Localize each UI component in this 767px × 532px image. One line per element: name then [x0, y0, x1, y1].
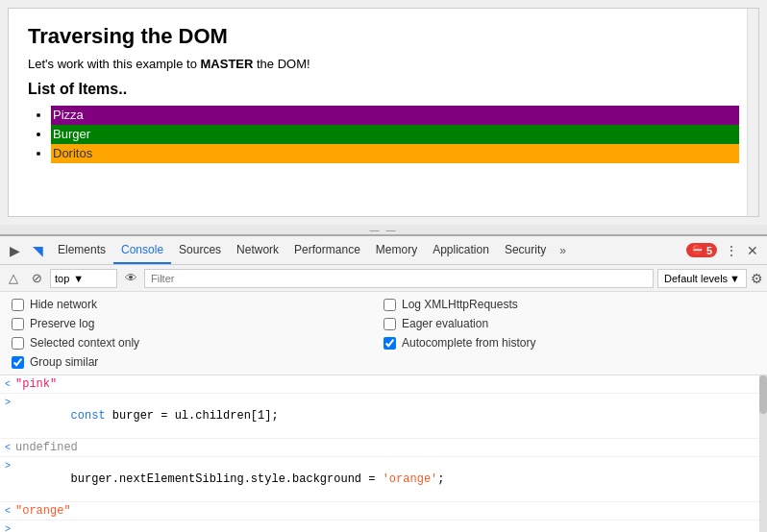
eager-eval-label: Eager evaluation: [402, 317, 488, 330]
log-xmlhttp-label: Log XMLHttpRequests: [402, 298, 518, 311]
preview-list-heading: List of Items..: [28, 81, 739, 98]
log-levels-label: Default levels: [664, 273, 728, 284]
group-similar-checkbox[interactable]: [12, 356, 24, 369]
preview-scrollbar[interactable]: [747, 9, 758, 216]
list-item-burger-label: Burger: [51, 125, 739, 144]
console-line: > burger.previousElementSibling.style.ba…: [0, 520, 767, 532]
tab-application[interactable]: Application: [425, 236, 497, 264]
context-selector[interactable]: top ▼: [50, 269, 117, 288]
settings-col-right: Log XMLHttpRequests Eager evaluation Aut…: [384, 298, 755, 369]
selected-context-checkbox[interactable]: [12, 337, 24, 350]
setting-log-xmlhttp: Log XMLHttpRequests: [384, 298, 755, 311]
list-item: Pizza: [51, 106, 739, 125]
selected-context-label: Selected context only: [30, 336, 139, 350]
devtools-tab-bar: ▶ ◥ Elements Console Sources Network Per…: [0, 236, 767, 265]
eager-eval-checkbox[interactable]: [384, 318, 396, 330]
console-output-text: "pink": [15, 377, 763, 391]
input-chevron: >: [0, 459, 15, 472]
group-similar-label: Group similar: [30, 355, 98, 369]
console-line: < "orange": [0, 502, 767, 520]
input-chevron: >: [0, 522, 15, 532]
clear-console-button[interactable]: △: [4, 269, 23, 288]
console-line: > burger.nextElementSibling.style.backgr…: [0, 457, 767, 502]
autocomplete-history-label: Autocomplete from history: [402, 336, 535, 350]
setting-group-similar: Group similar: [12, 355, 384, 369]
preserve-log-label: Preserve log: [30, 317, 94, 330]
console-output-text: "orange": [15, 504, 763, 518]
console-settings-gear[interactable]: ⚙: [751, 271, 763, 286]
more-options-button[interactable]: ⋮: [721, 240, 742, 261]
input-chevron: >: [0, 396, 15, 408]
settings-col-left: Hide network Preserve log Selected conte…: [12, 298, 384, 369]
list-item: Doritos: [51, 144, 739, 163]
setting-hide-network: Hide network: [12, 298, 384, 311]
tab-console[interactable]: Console: [113, 236, 171, 264]
tabs-overflow-button[interactable]: »: [554, 240, 572, 261]
tab-memory[interactable]: Memory: [368, 236, 425, 264]
error-icon: ⛔: [691, 244, 705, 256]
preview-title: Traversing the DOM: [28, 24, 739, 49]
tab-sources[interactable]: Sources: [171, 236, 229, 264]
console-output-text: undefined: [15, 441, 763, 454]
setting-selected-context: Selected context only: [12, 336, 384, 350]
console-settings-panel: Hide network Preserve log Selected conte…: [0, 292, 767, 375]
list-item-pizza-label: Pizza: [51, 106, 739, 125]
console-line: < undefined: [0, 439, 767, 457]
cursor-icon[interactable]: ▶: [4, 240, 25, 261]
log-levels-button[interactable]: Default levels ▼: [657, 269, 747, 288]
console-output[interactable]: < "pink" > const burger = ul.children[1]…: [0, 375, 767, 532]
setting-preserve-log: Preserve log: [12, 317, 384, 330]
devtools-resize-handle[interactable]: — —: [0, 225, 767, 234]
browser-preview: Traversing the DOM Let's work with this …: [8, 8, 759, 217]
filter-toggle-button[interactable]: ⊘: [27, 269, 46, 288]
console-toolbar: △ ⊘ top ▼ 👁 Default levels ▼ ⚙: [0, 265, 767, 292]
output-chevron: <: [0, 377, 15, 390]
mobile-icon[interactable]: ◥: [27, 240, 48, 261]
context-dropdown-arrow: ▼: [73, 273, 84, 284]
log-xmlhttp-checkbox[interactable]: [384, 299, 396, 311]
preview-item-list: Pizza Burger Doritos: [28, 106, 739, 163]
hide-network-label: Hide network: [30, 298, 97, 311]
devtools-panel: ▶ ◥ Elements Console Sources Network Per…: [0, 234, 767, 532]
preview-subtitle: Let's work with this example to MASTER t…: [28, 57, 739, 71]
autocomplete-history-checkbox[interactable]: [384, 337, 396, 350]
list-item-doritos-label: Doritos: [51, 144, 739, 163]
console-input-text: burger.previousElementSibling.style.back…: [15, 522, 763, 532]
console-input-text: const burger = ul.children[1];: [15, 396, 763, 436]
drag-handle-icon: — —: [370, 225, 398, 235]
output-chevron: <: [0, 504, 15, 517]
setting-autocomplete-history: Autocomplete from history: [384, 336, 755, 350]
console-line: > const burger = ul.children[1];: [0, 394, 767, 439]
console-input-text: burger.nextElementSibling.style.backgrou…: [15, 459, 763, 499]
console-scrollbar[interactable]: [759, 375, 767, 532]
log-levels-arrow: ▼: [730, 273, 740, 284]
tab-elements[interactable]: Elements: [50, 236, 113, 264]
preserve-log-checkbox[interactable]: [12, 318, 24, 330]
console-scrollbar-thumb[interactable]: [759, 375, 767, 414]
tab-security[interactable]: Security: [497, 236, 554, 264]
console-line: < "pink": [0, 375, 767, 394]
setting-eager-eval: Eager evaluation: [384, 317, 755, 330]
context-label: top: [55, 273, 69, 284]
list-item: Burger: [51, 125, 739, 144]
error-badge: ⛔ 5: [686, 243, 717, 257]
eye-icon[interactable]: 👁: [121, 269, 140, 288]
output-chevron: <: [0, 441, 15, 453]
tab-performance[interactable]: Performance: [286, 236, 368, 264]
close-devtools-button[interactable]: ✕: [742, 240, 763, 261]
tab-network[interactable]: Network: [229, 236, 286, 264]
error-count: 5: [706, 245, 712, 256]
console-filter-input[interactable]: [144, 269, 654, 288]
hide-network-checkbox[interactable]: [12, 299, 24, 311]
